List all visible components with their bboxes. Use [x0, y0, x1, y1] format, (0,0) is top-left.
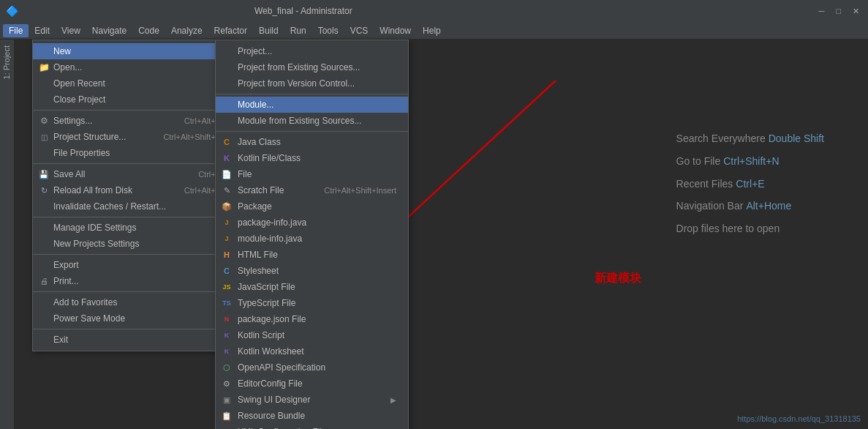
new-module[interactable]: Module... [216, 97, 408, 113]
settings-label: Settings... [53, 116, 92, 126]
menu-file-project-structure[interactable]: ◫ Project Structure... Ctrl+Alt+Shift+S [33, 129, 233, 145]
swing-arrow-icon: ▶ [390, 396, 396, 404]
separator-4 [33, 254, 233, 255]
new-xml-config[interactable]: X XML Configuration File ▶ [216, 424, 408, 429]
menu-file-power-save[interactable]: Power Save Mode [33, 310, 233, 327]
new-html-file[interactable]: H HTML File [216, 247, 408, 263]
menu-refactor[interactable]: Refactor [208, 24, 253, 37]
hint-navbar-shortcut: Alt+Home [746, 195, 791, 217]
menu-file-save-all[interactable]: 💾 Save All Ctrl+S [33, 166, 233, 182]
menu-file-print[interactable]: 🖨 Print... [33, 273, 233, 289]
new-openapi[interactable]: ⬡ OpenAPI Specification [216, 359, 408, 376]
menu-tools[interactable]: Tools [312, 24, 344, 37]
module-existing-label: Module from Existing Sources... [238, 116, 361, 126]
close-button[interactable]: ✕ [850, 7, 862, 16]
reload-icon: ↻ [37, 186, 50, 195]
export-label: Export [53, 260, 79, 270]
menu-navigate[interactable]: Navigate [86, 24, 132, 37]
reload-label: Reload All from Disk [53, 185, 132, 195]
project-tab[interactable]: 1: Project [0, 40, 13, 85]
menu-edit[interactable]: Edit [29, 24, 56, 37]
menu-window[interactable]: Window [374, 24, 417, 37]
file-properties-label: File Properties [53, 148, 110, 158]
menu-vcs[interactable]: VCS [344, 24, 374, 37]
menu-file-properties[interactable]: File Properties ▶ [33, 145, 233, 161]
menu-build[interactable]: Build [253, 24, 284, 37]
menu-code[interactable]: Code [132, 24, 165, 37]
new-kotlin-file[interactable]: K Kotlin File/Class [216, 150, 408, 166]
new-editor-config[interactable]: ⚙ EditorConfig File [216, 376, 408, 392]
menu-file-open[interactable]: 📁 Open... [33, 59, 233, 75]
menu-file-add-favorites[interactable]: Add to Favorites ▶ [33, 294, 233, 310]
file-menu: New ▶ 📁 Open... Open Recent ▶ Close Proj… [32, 40, 233, 351]
minimize-button[interactable]: ─ [816, 7, 828, 16]
kotlin-script-label: Kotlin Script [238, 330, 284, 340]
separator-6 [33, 329, 233, 329]
project-structure-label: Project Structure... [53, 132, 126, 142]
new-module-existing[interactable]: Module from Existing Sources... [216, 113, 408, 129]
menu-file-export[interactable]: Export ▶ [33, 257, 233, 273]
new-kotlin-script[interactable]: K Kotlin Script [216, 327, 408, 343]
new-java-class[interactable]: C Java Class [216, 134, 408, 150]
menu-analyze[interactable]: Analyze [165, 24, 208, 37]
editorconfig-icon: ⚙ [220, 379, 233, 389]
new-file[interactable]: 📄 File [216, 166, 408, 182]
project-structure-shortcut: Ctrl+Alt+Shift+S [163, 133, 221, 141]
new-module-info[interactable]: J module-info.java [216, 231, 408, 247]
menu-file-settings[interactable]: ⚙ Settings... Ctrl+Alt+S [33, 113, 233, 129]
project-label: Project... [238, 46, 272, 56]
project-vcs-label: Project from Version Control... [238, 78, 355, 89]
save-all-label: Save All [53, 169, 85, 179]
window-controls: ─ □ ✕ [816, 7, 862, 16]
new-project-existing[interactable]: Project from Existing Sources... [216, 59, 408, 75]
menu-file-new[interactable]: New ▶ [33, 43, 233, 59]
resource-bundle-label: Resource Bundle [238, 411, 305, 421]
new-package-json[interactable]: N package.json File [216, 311, 408, 327]
module-info-icon: J [220, 235, 233, 242]
new-package-info[interactable]: J package-info.java [216, 214, 408, 231]
menu-file-close-project[interactable]: Close Project [33, 92, 233, 108]
package-info-label: package-info.java [238, 217, 306, 228]
hint-search: Search Everywhere Double Shift [676, 127, 824, 150]
menu-help[interactable]: Help [417, 24, 447, 37]
menu-file-invalidate[interactable]: Invalidate Caches / Restart... [33, 198, 233, 214]
menu-file-reload[interactable]: ↻ Reload All from Disk Ctrl+Alt+Y [33, 182, 233, 198]
ts-icon: TS [220, 299, 233, 307]
new-scratch-file[interactable]: ✎ Scratch File Ctrl+Alt+Shift+Insert [216, 182, 408, 198]
new-kotlin-worksheet[interactable]: K Kotlin Worksheet [216, 343, 408, 359]
menu-file-new-projects[interactable]: New Projects Settings ▶ [33, 236, 233, 252]
html-file-label: HTML File [238, 250, 278, 260]
menu-file-open-recent[interactable]: Open Recent ▶ [33, 75, 233, 92]
menu-bar: File Edit View Navigate Code Analyze Ref… [0, 22, 868, 40]
folder-icon: 📁 [37, 62, 50, 72]
menu-file[interactable]: File [3, 24, 29, 37]
css-icon: C [220, 266, 233, 275]
hint-recent-shortcut: Ctrl+E [736, 173, 764, 195]
file-label: File [238, 169, 252, 179]
title-bar: 🔷 Web_final - Administrator ─ □ ✕ [0, 0, 868, 22]
new-swing-designer[interactable]: ▣ Swing UI Designer ▶ [216, 392, 408, 408]
chinese-annotation: 新建模块 [595, 271, 641, 286]
swing-icon: ▣ [220, 395, 233, 405]
close-project-label: Close Project [53, 94, 105, 105]
maximize-button[interactable]: □ [833, 7, 844, 16]
resource-icon: 📋 [220, 411, 233, 421]
new-sep1 [216, 94, 408, 94]
print-label: Print... [53, 276, 79, 286]
menu-run[interactable]: Run [284, 24, 312, 37]
menu-file-exit[interactable]: Exit [33, 332, 233, 348]
hint-area: Search Everywhere Double Shift Go to Fil… [676, 127, 824, 240]
new-label: New [53, 46, 71, 56]
new-ts-file[interactable]: TS TypeScript File [216, 295, 408, 311]
new-project[interactable]: Project... [216, 43, 408, 59]
new-js-file[interactable]: JS JavaScript File [216, 279, 408, 295]
new-package[interactable]: 📦 Package [216, 198, 408, 214]
menu-file-manage-ide[interactable]: Manage IDE Settings ▶ [33, 220, 233, 236]
menu-view[interactable]: View [56, 24, 86, 37]
hint-goto: Go to File Ctrl+Shift+N [676, 150, 824, 173]
new-stylesheet[interactable]: C Stylesheet [216, 263, 408, 279]
exit-label: Exit [53, 335, 68, 345]
new-resource-bundle[interactable]: 📋 Resource Bundle [216, 408, 408, 424]
title-bar-title: Web_final - Administrator [254, 6, 352, 16]
new-project-vcs[interactable]: Project from Version Control... [216, 75, 408, 92]
